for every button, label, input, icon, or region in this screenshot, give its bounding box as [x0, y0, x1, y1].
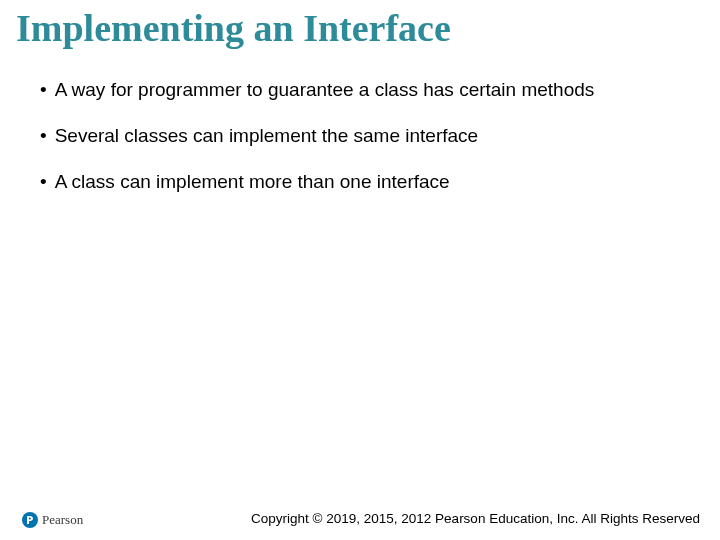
slide: Implementing an Interface • A way for pr…: [0, 0, 720, 540]
bullet-dot-icon: •: [40, 78, 47, 102]
bullet-item: • Several classes can implement the same…: [40, 124, 680, 148]
bullet-text: Several classes can implement the same i…: [55, 124, 680, 148]
bullet-text: A class can implement more than one inte…: [55, 170, 680, 194]
bullet-dot-icon: •: [40, 124, 47, 148]
bullet-dot-icon: •: [40, 170, 47, 194]
copyright-text: Copyright © 2019, 2015, 2012 Pearson Edu…: [251, 511, 700, 526]
brand-logo: Pearson: [22, 512, 83, 528]
bullet-text: A way for programmer to guarantee a clas…: [55, 78, 680, 102]
brand-name: Pearson: [42, 512, 83, 528]
pearson-logo-icon: [22, 512, 38, 528]
bullet-item: • A class can implement more than one in…: [40, 170, 680, 194]
slide-footer: Pearson Copyright © 2019, 2015, 2012 Pea…: [0, 504, 720, 528]
slide-title: Implementing an Interface: [16, 6, 451, 50]
bullet-item: • A way for programmer to guarantee a cl…: [40, 78, 680, 102]
slide-body: • A way for programmer to guarantee a cl…: [40, 78, 680, 215]
